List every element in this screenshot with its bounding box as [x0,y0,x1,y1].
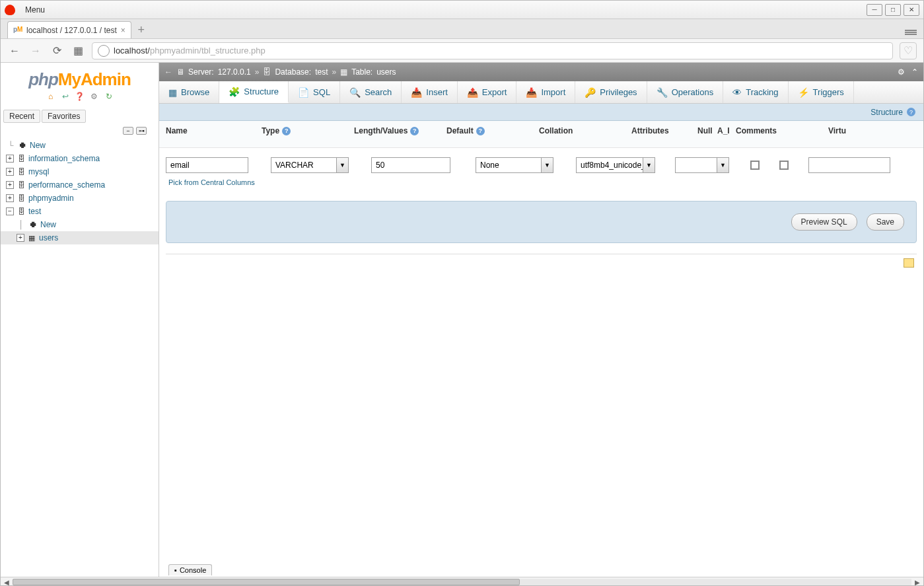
phpmyadmin-logo[interactable]: phpMyAdmin ⌂ ↩ ❓ ⚙ ↻ [1,67,159,106]
tab-privileges[interactable]: 🔑Privileges [575,81,647,103]
expand-icon[interactable]: + [17,234,24,242]
tree-table-users[interactable]: + ▦ users [1,231,159,244]
page-settings-icon[interactable]: ⚙ [898,67,905,77]
table-link[interactable]: users [39,233,58,242]
tree-db-performance-schema[interactable]: + 🗄 performance_schema [1,178,159,192]
tree-db-mysql[interactable]: + 🗄 mysql [1,165,159,178]
pick-central-columns-link[interactable]: Pick from Central Columns [159,176,923,197]
scroll-right-icon[interactable]: ▶ [911,577,923,586]
null-checkbox[interactable] [750,161,760,170]
expand-icon[interactable]: + [6,194,14,202]
expand-icon[interactable]: + [6,155,14,163]
tab-browse[interactable]: ▦Browse [159,81,219,103]
browser-tab-strip: pM localhost / 127.0.0.1 / test × + [1,19,923,39]
tree-db-phpmyadmin[interactable]: + 🗄 phpmyadmin [1,192,159,205]
collapse-icon[interactable]: − [6,207,14,215]
scroll-left-icon[interactable]: ◀ [1,577,13,586]
bc-server-value[interactable]: 127.0.0.1 [218,67,251,77]
recent-button[interactable]: Recent [3,110,40,123]
new-table-link[interactable]: New [40,220,56,229]
type-select[interactable]: VARCHAR▼ [271,157,349,173]
new-tab-button[interactable]: + [134,22,149,37]
help-icon[interactable]: ? [282,127,291,135]
nav-speeddial-button[interactable]: ▦ [71,44,85,58]
window-minimize-button[interactable]: ─ [867,4,882,16]
tab-structure[interactable]: 🧩Structure [219,81,289,103]
favorites-button[interactable]: Favorites [42,110,86,123]
save-button[interactable]: Save [867,213,904,231]
tab-close-icon[interactable]: × [121,26,125,35]
db-link[interactable]: mysql [28,167,49,176]
db-link[interactable]: performance_schema [28,180,105,190]
tree-new-link[interactable]: New [30,141,46,150]
database-icon: 🗄 [263,67,271,77]
settings-icon[interactable]: ⚙ [89,91,100,102]
expand-icon[interactable]: + [6,181,14,189]
console-icon: ▪ [174,566,177,574]
nav-reload-button[interactable]: ⟳ [50,44,64,58]
browser-tab[interactable]: pM localhost / 127.0.0.1 / test × [7,21,131,38]
tab-sql[interactable]: 📄SQL [289,81,340,103]
scroll-thumb[interactable] [13,579,520,585]
bc-table-value[interactable]: users [376,67,396,77]
bc-db-value[interactable]: test [315,67,328,77]
logo-php: php [28,69,58,89]
url-host: localhost/ [114,46,150,55]
nav-forward-button[interactable]: → [28,44,43,58]
help-icon[interactable]: ? [907,108,915,116]
site-info-icon[interactable] [98,45,110,57]
breadcrumb-back-icon[interactable]: ← [164,67,172,77]
url-path: phpmyadmin/tbl_structure.php [150,46,266,55]
tab-insert[interactable]: 📥Insert [402,81,458,103]
db-link[interactable]: phpmyadmin [28,194,74,203]
help-icon[interactable]: ? [410,127,419,135]
docs-icon[interactable]: ❓ [75,91,85,102]
url-bar[interactable]: localhost/phpmyadmin/tbl_structure.php [92,42,893,59]
bc-server-label: Server: [188,67,214,77]
privileges-icon: 🔑 [585,87,596,98]
db-link[interactable]: test [28,207,41,216]
browser-panel-menu-icon[interactable] [905,29,917,36]
tree-new[interactable]: └🞦 New [1,139,159,152]
ai-checkbox[interactable] [779,161,789,170]
tree-db-information-schema[interactable]: + 🗄 information_schema [1,152,159,165]
help-icon[interactable]: ? [476,127,485,135]
horizontal-scrollbar[interactable]: ◀ ▶ [1,577,923,586]
logo-my: My [58,69,81,89]
collapse-all-icon[interactable]: − [123,127,133,135]
tab-search[interactable]: 🔍Search [340,81,402,103]
name-input[interactable] [166,157,248,173]
bookmark-panel-icon[interactable] [904,258,914,268]
database-icon: 🗄 [17,207,26,216]
new-table-icon: 🞦 [28,220,38,229]
console-tab[interactable]: ▪ Console [168,564,212,575]
tree-test-new[interactable]: │ 🞦 New [1,218,159,231]
home-icon[interactable]: ⌂ [46,91,56,102]
link-icon[interactable]: ⊶ [136,127,147,135]
subbar-structure-label[interactable]: Structure [871,108,903,117]
reload-icon[interactable]: ↻ [104,91,114,102]
tree-db-test[interactable]: − 🗄 test [1,205,159,218]
length-input[interactable] [371,157,450,173]
db-link[interactable]: information_schema [28,154,100,163]
logout-icon[interactable]: ↩ [60,91,71,102]
column-headers: Name Type? Length/Values? Default? Colla… [159,121,923,148]
collation-select[interactable]: utf8mb4_unicode_▼ [576,157,655,173]
preview-sql-button[interactable]: Preview SQL [791,213,857,231]
window-maximize-button[interactable]: □ [885,4,901,16]
window-close-button[interactable]: ✕ [904,4,919,16]
tab-tracking[interactable]: 👁Tracking [723,81,788,103]
tab-import[interactable]: 📥Import [516,81,575,103]
tab-export[interactable]: 📤Export [458,81,517,103]
browser-menu-button[interactable]: Menu [19,3,51,17]
page-collapse-icon[interactable]: ⌃ [911,67,918,77]
nav-back-button[interactable]: ← [7,44,22,58]
expand-icon[interactable]: + [6,168,14,176]
tab-operations[interactable]: 🔧Operations [647,81,724,103]
tab-triggers[interactable]: ⚡Triggers [789,81,854,103]
console-label: Console [180,566,206,574]
bookmark-heart-button[interactable]: ♡ [900,42,917,59]
attributes-select[interactable]: ▼ [675,157,729,173]
default-select[interactable]: None▼ [476,157,553,173]
comments-input[interactable] [808,157,890,173]
